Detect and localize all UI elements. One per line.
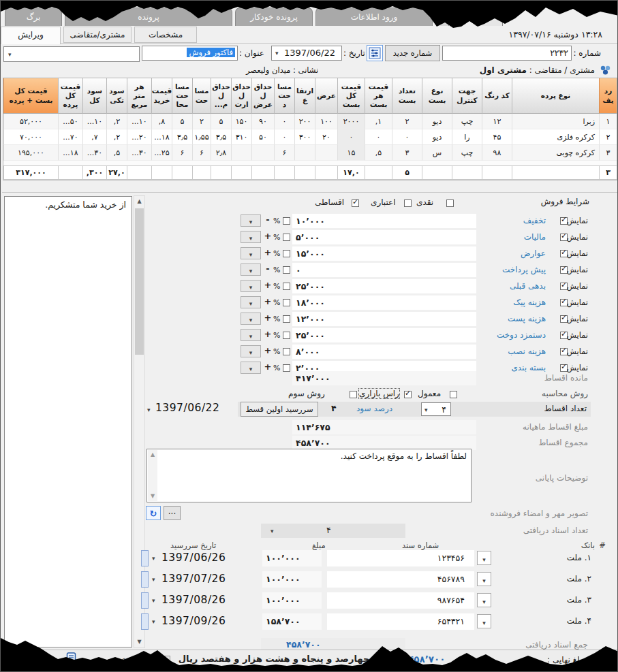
grid-cell[interactable]: کرکره چوبی	[512, 145, 599, 161]
percent-checkbox[interactable]	[283, 364, 290, 372]
percent-checkbox[interactable]	[283, 315, 290, 323]
sale-item-label[interactable]: مالیات	[524, 232, 546, 242]
sale-mode-combobox[interactable]: ▾	[241, 247, 261, 259]
tab-auto-file[interactable]: پرونده خودکار	[235, 7, 313, 26]
sale-mode-combobox[interactable]: ▾	[241, 280, 261, 292]
sale-value-field[interactable]: ۲۵’۰۰۰	[292, 328, 476, 342]
grid-header-cell[interactable]: مسا حت د	[274, 78, 294, 114]
doc-amount-field[interactable]: ۱۰۰’۰۰۰	[262, 592, 322, 609]
grid-cell[interactable]: ,۲	[106, 114, 127, 129]
sale-item-label[interactable]: بسته بندی	[511, 363, 546, 372]
grid-header-cell[interactable]: کد رنگ	[482, 78, 512, 114]
grid-cell[interactable]: دیو	[422, 114, 452, 129]
grid-cell[interactable]: ۱	[599, 114, 617, 129]
chevron-down-icon[interactable]: ▾	[152, 556, 155, 562]
grid-cell[interactable]: ,۵	[106, 145, 127, 161]
doc-action-button[interactable]	[141, 592, 149, 609]
grid-cell[interactable]: ...۱۸	[151, 129, 172, 145]
grid-cell[interactable]: چپ	[452, 114, 482, 129]
grid-header-cell[interactable]: قیمت هر بست	[365, 78, 392, 114]
first-due-button[interactable]: سررسید اولین قسط	[241, 402, 318, 417]
grid-cell[interactable]: ۵۰	[251, 129, 274, 145]
doc-due-date[interactable]: 1397/07/26	[161, 573, 226, 585]
grid-header-cell[interactable]: جهت کنترل	[452, 78, 482, 114]
doc-bank-combobox[interactable]: ▾	[477, 593, 491, 607]
grid-cell[interactable]: ۶	[172, 145, 192, 161]
grid-cell[interactable]: ۶	[274, 145, 294, 161]
grid-cell[interactable]: ,۸	[151, 114, 172, 129]
chevron-down-icon[interactable]: ▾	[152, 619, 155, 625]
doc-number-field[interactable]: ۱۲۳۴۵۶	[327, 550, 474, 566]
method-option-checkbox[interactable]	[404, 391, 412, 398]
grid-cell[interactable]: ...۷۰	[58, 129, 82, 145]
grid-cell[interactable]: ...۲۵	[151, 145, 172, 161]
grid-cell[interactable]: ...۵۰	[58, 114, 82, 129]
grid-cell[interactable]: ۱٫۵۵	[192, 129, 211, 145]
grid-header-cell[interactable]: مسا حت محا	[172, 78, 192, 114]
grid-cell[interactable]: ,۵	[365, 145, 392, 161]
scroll-down-icon[interactable]: ▼	[134, 639, 144, 645]
notes-textarea[interactable]: ▲ ▼ لطفاً اقساط را به موقع پرداخت کنید.	[146, 449, 472, 502]
grid-cell[interactable]: ۵	[172, 114, 192, 129]
grid-cell[interactable]: ۰	[392, 129, 422, 145]
grid-cell[interactable]: زبرا	[512, 114, 599, 129]
grid-header-cell[interactable]: مسا حت	[192, 78, 211, 114]
chevron-down-icon[interactable]: ▾	[152, 577, 155, 583]
doc-action-button[interactable]	[141, 613, 149, 630]
scrollbar-thumb[interactable]	[135, 208, 144, 355]
doc-due-date[interactable]: 1397/09/26	[161, 615, 226, 627]
grid-cell[interactable]: ۶	[192, 145, 211, 161]
grid-cell[interactable]	[251, 145, 274, 161]
sale-mode-combobox[interactable]: ▾	[241, 231, 261, 243]
profit-link[interactable]: درصد سود	[356, 404, 392, 413]
grid-cell[interactable]: ۰	[365, 129, 392, 145]
grid-cell[interactable]: ...۱۸	[58, 145, 82, 161]
grid-header-cell[interactable]: هر متر مربع	[127, 78, 151, 114]
grid-cell[interactable]	[231, 145, 251, 161]
chevron-down-icon[interactable]: ▾	[147, 407, 151, 413]
grid-cell[interactable]: ۳	[392, 145, 422, 161]
grid-cell[interactable]	[294, 145, 315, 161]
grid-cell[interactable]: ...۱۰	[82, 114, 106, 129]
sale-value-field[interactable]: ۲۵’۰۰۰	[292, 279, 476, 293]
doc-bank-combobox[interactable]: ▾	[477, 551, 491, 565]
grid-cell[interactable]: ,۱	[365, 114, 392, 129]
sale-value-field[interactable]: ۵’۰۰۰	[292, 230, 476, 244]
tab-details[interactable]: مشخصات	[134, 27, 197, 43]
grid-cell[interactable]: ۳٫۵	[172, 129, 192, 145]
grid-cell[interactable]: ۷۰,۰۰۰	[3, 129, 58, 145]
grid-cell[interactable]: ۳۱۰	[231, 129, 251, 145]
doc-due-date[interactable]: 1397/08/26	[161, 594, 226, 606]
grid-cell[interactable]: س	[422, 145, 452, 161]
doc-number-field[interactable]: ۴۵۶۷۸۹	[327, 571, 474, 588]
grid-cell[interactable]: ۵۲,۰۰۰	[3, 114, 58, 129]
percent-checkbox[interactable]	[283, 234, 290, 241]
grid-cell[interactable]: ۲	[599, 129, 617, 145]
grid-header-cell[interactable]: حداق ل م...	[211, 78, 231, 114]
tab-sheet[interactable]: برگ	[5, 7, 62, 26]
sale-mode-combobox[interactable]: ▾	[241, 313, 261, 325]
doc-amount-field[interactable]: ۱۰۰’۰۰۰	[262, 571, 322, 588]
grid-header-cell[interactable]: نوع بست	[422, 78, 452, 114]
form-settings-icon[interactable]	[367, 45, 383, 61]
percent-checkbox[interactable]	[283, 250, 290, 257]
note-listbox[interactable]: از خرید شما متشکریم.	[4, 196, 132, 647]
grid-cell[interactable]: ۲۰	[315, 129, 337, 145]
percent-checkbox[interactable]	[283, 283, 290, 290]
grid-header-cell[interactable]: حداق ل عرض	[251, 78, 274, 114]
grid-row[interactable]: ۳کرکره چوبی۹۸چپس۳,۵۱۵۶۲٫۸۶۶...۲۵...۳۰,۵.…	[3, 145, 617, 161]
payment-option-checkbox[interactable]	[446, 199, 454, 207]
grid-cell[interactable]: ۲	[192, 114, 211, 129]
sale-value-field[interactable]: ۸’۰۰۰	[292, 345, 476, 359]
grid-cell[interactable]: ۱۰۰	[315, 114, 337, 129]
count-combobox[interactable]: ▾ ۴	[421, 402, 451, 416]
grid-cell[interactable]: ...۲۰	[127, 129, 151, 145]
tab-customer[interactable]: مشتری/متقاضی	[63, 27, 132, 43]
sale-value-field[interactable]: ۱۰’۰۰۰	[292, 214, 476, 228]
notes-scrollbar[interactable]: ▲ ▼	[148, 450, 157, 501]
grid-cell[interactable]: ...۱۰	[127, 114, 151, 129]
grid-cell[interactable]: ,۷	[82, 129, 106, 145]
grid-cell[interactable]: ۱۲	[482, 114, 512, 129]
grid-cell[interactable]: ۳	[599, 145, 617, 161]
grid-header-cell[interactable]: قیمت کل بست + پرده	[3, 78, 58, 114]
